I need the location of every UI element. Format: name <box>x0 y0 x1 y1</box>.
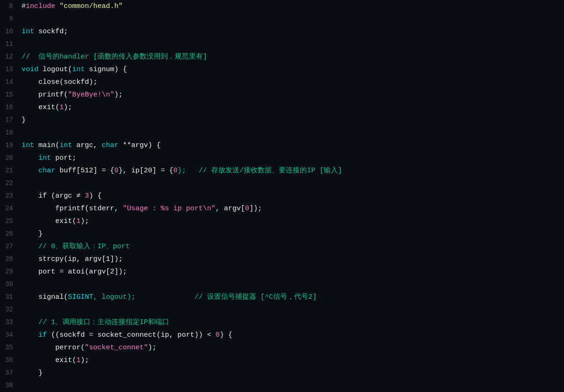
line-content: printf("ByeBye!\n"); <box>20 89 564 101</box>
line-number: 8 <box>0 0 20 13</box>
line-content: int main(int argc, char **argv) { <box>20 139 564 152</box>
line-content <box>20 278 564 291</box>
token: include <box>26 2 55 10</box>
token: printf( <box>22 91 68 99</box>
token: 0 <box>215 331 220 339</box>
line-number: 11 <box>0 38 20 51</box>
line-content <box>20 38 564 51</box>
line-content: int sockfd; <box>20 25 564 38</box>
token: "Usage : %s ip port\n" <box>123 205 215 213</box>
token <box>22 356 38 364</box>
token: argc, <box>72 141 102 149</box>
line-number: 31 <box>0 291 20 303</box>
line-number: 21 <box>0 164 20 177</box>
line-number: 16 <box>0 101 20 114</box>
line-content: port = atoi(argv[2]); <box>20 266 564 278</box>
line-number: 15 <box>0 89 20 101</box>
line-number: 35 <box>0 341 20 354</box>
line-content: strcpy(ip, argv[1]); <box>20 253 564 266</box>
code-line: 25 exit(1); <box>0 215 564 228</box>
code-line: 23 if (argc ≠ 3) { <box>0 190 564 202</box>
line-content: exit(1); <box>20 354 564 367</box>
line-content: } <box>20 367 564 379</box>
token <box>22 217 38 225</box>
token: ) { <box>89 192 102 200</box>
code-line: 33 // 1、调用接口：主动连接指定IP和端口 <box>0 316 564 329</box>
token: signum) { <box>85 66 127 74</box>
token <box>22 154 38 162</box>
token: int <box>22 141 34 149</box>
token: } <box>22 116 26 124</box>
token: char <box>102 141 119 149</box>
token: ]); <box>249 205 262 213</box>
code-line: 20 int port; <box>0 152 564 164</box>
line-content: if (argc ≠ 3) { <box>20 190 564 202</box>
token: **argv) { <box>119 141 161 149</box>
token: 3 <box>85 192 89 200</box>
token: fprintf(stderr, <box>38 205 123 213</box>
token: port = atoi(argv[2]); <box>22 268 127 276</box>
line-number: 14 <box>0 76 20 89</box>
line-number: 12 <box>0 51 20 63</box>
line-content: fprintf(stderr, "Usage : %s ip port\n", … <box>20 202 564 215</box>
line-content: int port; <box>20 152 564 164</box>
line-number: 9 <box>0 13 20 25</box>
code-line: 18 <box>0 126 564 139</box>
line-number: 17 <box>0 114 20 126</box>
token: char <box>38 167 55 175</box>
token: }, ip[20] = { <box>119 167 173 175</box>
token: // 0、获取输入：IP、port <box>22 243 130 251</box>
token: logout( <box>38 66 72 74</box>
code-line: 26 } <box>0 228 564 240</box>
code-line: 22 <box>0 177 564 190</box>
line-content: exit(1); <box>20 101 564 114</box>
code-line: 32 <box>0 303 564 316</box>
line-number: 34 <box>0 329 20 341</box>
line-content: // 1、调用接口：主动连接指定IP和端口 <box>20 316 564 329</box>
code-line: 19int main(int argc, char **argv) { <box>0 139 564 152</box>
line-number: 38 <box>0 379 20 392</box>
line-content: if ((sockfd = socket_connect(ip, port)) … <box>20 329 564 341</box>
token: port; <box>51 154 76 162</box>
line-number: 23 <box>0 190 20 202</box>
token: int <box>59 141 72 149</box>
code-line: 36 exit(1); <box>0 354 564 367</box>
code-line: 35 perror("socket_connet"); <box>0 341 564 354</box>
code-line: 21 char buff[512] = {0}, ip[20] = {0}; /… <box>0 164 564 177</box>
code-line: 29 port = atoi(argv[2]); <box>0 266 564 278</box>
line-number: 13 <box>0 63 20 76</box>
line-content <box>20 379 564 392</box>
token: }; // 存放发送/接收数据、要连接的IP [输入] <box>178 167 342 175</box>
line-number: 18 <box>0 126 20 139</box>
token: // 1、调用接口：主动连接指定IP和端口 <box>22 318 169 326</box>
line-number: 24 <box>0 202 20 215</box>
code-line: 37 } <box>0 367 564 379</box>
line-number: 36 <box>0 354 20 367</box>
line-content: signal(SIGINT, logout); // 设置信号捕捉器 [^C信号… <box>20 291 564 303</box>
line-content <box>20 13 564 25</box>
code-line: 15 printf("ByeBye!\n"); <box>0 89 564 101</box>
token: # <box>22 2 26 10</box>
token: , argv[ <box>215 205 245 213</box>
code-line: 31 signal(SIGINT, logout); // 设置信号捕捉器 [^… <box>0 291 564 303</box>
token: , logout); // 设置信号捕捉器 [^C信号，代号2] <box>93 293 317 301</box>
line-number: 19 <box>0 139 20 152</box>
token: exit( <box>38 217 76 225</box>
code-line: 27 // 0、获取输入：IP、port <box>0 240 564 253</box>
token: int <box>72 66 85 74</box>
line-content: // 信号的handler [函数的传入参数没用到，规范里有] <box>20 51 564 63</box>
line-number: 10 <box>0 25 20 38</box>
code-line: 11 <box>0 38 564 51</box>
line-content: } <box>20 228 564 240</box>
token: "ByeBye!\n" <box>68 91 114 99</box>
line-number: 32 <box>0 303 20 316</box>
token: ); <box>81 356 89 364</box>
token: // <box>22 53 34 61</box>
code-line: 38 <box>0 379 564 392</box>
token: 0 <box>245 205 249 213</box>
token: buff[512] = { <box>55 167 114 175</box>
code-line: 14 close(sockfd); <box>0 76 564 89</box>
line-number: 20 <box>0 152 20 164</box>
token: perror( <box>38 344 85 352</box>
line-content: #include "common/head.h" <box>20 0 564 13</box>
